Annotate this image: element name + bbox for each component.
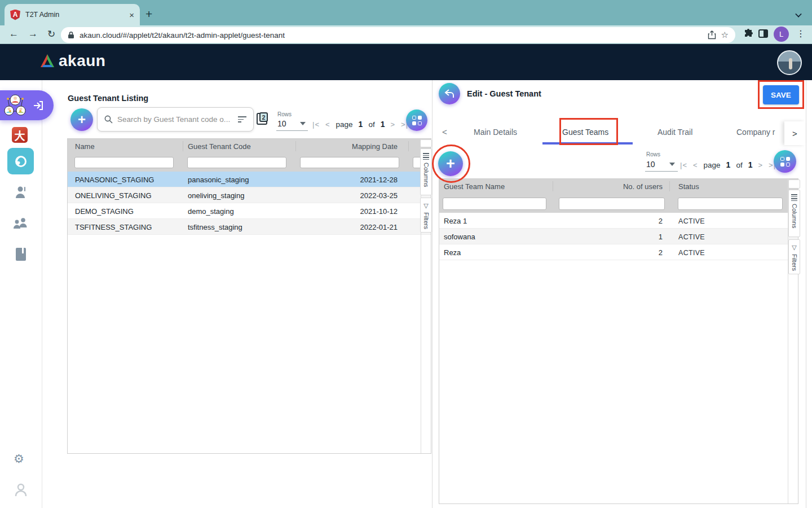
cell-team-name: Reza	[444, 248, 461, 257]
cell-code: panasonic_staging	[188, 176, 249, 184]
left-pagination: |< < page 1 of 1 > >|	[312, 120, 408, 129]
table-header-row: Guest Team Name No. of users Status	[439, 179, 798, 194]
tab-company[interactable]: Company r	[736, 128, 784, 137]
filter-input-users[interactable]	[559, 198, 665, 210]
akaun-triangle-icon	[39, 54, 55, 68]
search-input[interactable]	[117, 115, 233, 124]
right-filters-toggle[interactable]: ▽ Filters	[788, 239, 800, 274]
left-apps-grid-button[interactable]	[406, 110, 427, 131]
table-row[interactable]: PANASONIC_STAGING panasonic_staging 2021…	[68, 172, 431, 187]
browser-profile-badge[interactable]: L	[774, 27, 789, 42]
table-row[interactable]: TSFITNESS_STAGING tsfitness_staging 2022…	[68, 219, 431, 235]
back-to-listing-button[interactable]	[439, 83, 460, 104]
bookmark-star-icon[interactable]: ☆	[721, 30, 729, 40]
filters-funnel-icon: ▽	[792, 244, 796, 251]
table-row[interactable]: DEMO_STAGING demo_staging 2021-10-12	[68, 203, 431, 219]
table-row[interactable]: ONELIVING_STAGING oneliving_staging 2022…	[68, 187, 431, 203]
cell-name: DEMO_STAGING	[75, 207, 134, 216]
user-avatar-photo[interactable]	[777, 50, 802, 75]
plus-icon: +	[78, 112, 86, 128]
cell-date: 2021-12-28	[360, 176, 398, 184]
new-tab-button[interactable]: +	[145, 7, 152, 21]
table-row[interactable]: sofowana 1 ACTIVE	[439, 229, 798, 244]
filters-label: Filters	[791, 254, 798, 271]
cell-team-name: sofowana	[444, 233, 475, 241]
filter-input-name[interactable]	[74, 157, 174, 168]
rows-label: Rows	[646, 151, 660, 157]
akaun-logo: akaun	[39, 52, 105, 70]
panel-divider	[432, 80, 433, 508]
add-guest-tenant-button[interactable]: +	[70, 108, 93, 131]
left-filters-toggle[interactable]: ▽ Filters	[420, 198, 432, 233]
pages-count-icon[interactable]: 2	[257, 112, 268, 125]
rows-dropdown-caret-icon[interactable]	[300, 122, 306, 125]
cell-status: ACTIVE	[678, 249, 705, 257]
next-page-button[interactable]: >	[390, 120, 395, 129]
filter-input-code[interactable]	[187, 157, 286, 168]
angular-favicon-icon: A	[10, 10, 20, 20]
sidebar-item-journal-icon[interactable]	[15, 247, 27, 261]
filter-input-team-name[interactable]	[443, 198, 546, 210]
rows-dropdown-caret-icon[interactable]	[669, 163, 675, 166]
filter-list-icon[interactable]	[238, 116, 246, 122]
table-row[interactable]: Reza 2 ACTIVE	[439, 244, 798, 260]
tab-search-chevron-icon[interactable]	[795, 10, 802, 17]
page-word: page	[336, 120, 353, 129]
rows-underline	[276, 130, 308, 131]
tab-audit-trail[interactable]: Audit Trail	[657, 128, 692, 137]
guest-teams-table: Guest Team Name No. of users Status Reza…	[439, 178, 798, 504]
right-strip-spacer	[788, 179, 800, 189]
profile-outline-icon[interactable]	[15, 483, 27, 497]
tab-main-details[interactable]: Main Details	[474, 128, 517, 137]
grid-icon	[412, 116, 422, 125]
applet-sidebar	[0, 80, 42, 508]
forward-icon[interactable]: →	[28, 28, 38, 40]
cell-users: 1	[659, 233, 663, 241]
next-page-button[interactable]: >	[758, 161, 763, 169]
prev-page-button[interactable]: <	[693, 161, 698, 169]
first-page-button[interactable]: |<	[680, 161, 687, 169]
prev-page-button[interactable]: <	[325, 120, 330, 129]
rows-per-page-value[interactable]: 10	[646, 160, 655, 169]
guest-tenant-search[interactable]	[97, 107, 254, 132]
right-apps-grid-button[interactable]	[774, 150, 796, 173]
col-header-status: Status	[678, 182, 699, 191]
back-icon[interactable]: ←	[9, 28, 19, 40]
annotation-add-button-circle	[432, 144, 470, 183]
table-row[interactable]: Reza 1 2 ACTIVE	[439, 213, 798, 229]
sidebar-item-users-icon[interactable]	[12, 217, 29, 230]
sidebar-item-mask-applet[interactable]	[7, 148, 34, 174]
cell-code: tsfitness_staging	[188, 223, 242, 231]
left-strip-spacer	[420, 139, 432, 147]
first-page-button[interactable]: |<	[312, 120, 320, 129]
right-pagination: |< < page 1 of 1 > >|	[680, 160, 776, 169]
left-columns-toggle[interactable]: Columns	[420, 148, 432, 195]
tabs-scroll-right[interactable]: >	[784, 121, 805, 145]
sidebar-item-user-icon[interactable]	[14, 186, 28, 199]
sidebar-item-t2t-active[interactable]	[0, 90, 54, 120]
table-filter-row	[439, 194, 798, 213]
right-columns-toggle[interactable]: Columns	[788, 190, 800, 237]
rows-per-page-value[interactable]: 10	[277, 119, 286, 128]
total-pages: 1	[748, 160, 753, 169]
browser-tab[interactable]: A T2T Admin ×	[5, 4, 140, 25]
table-filter-row	[68, 154, 431, 172]
filter-input-date[interactable]	[300, 157, 399, 168]
share-icon[interactable]	[708, 30, 716, 40]
url-bar[interactable]: akaun.cloud/#/applet/t2t/akaun/t2t-admin…	[61, 27, 735, 43]
tab-title: T2T Admin	[25, 11, 124, 19]
filters-funnel-icon: ▽	[423, 202, 428, 209]
tabs-scroll-left-icon[interactable]: <	[442, 127, 447, 137]
filter-input-status[interactable]	[678, 198, 783, 210]
sidebar-item-cn-applet[interactable]: 大	[12, 127, 28, 143]
col-header-mapping-date: Mapping Date	[352, 142, 398, 151]
settings-gear-icon[interactable]: ⚙	[14, 452, 24, 466]
browser-menu-icon[interactable]: ⋮	[796, 28, 805, 39]
tab-close-icon[interactable]: ×	[129, 10, 134, 20]
side-panel-icon[interactable]	[758, 29, 768, 38]
extensions-puzzle-icon[interactable]	[743, 29, 753, 39]
mask-face-icon	[14, 155, 28, 168]
reload-icon[interactable]: ↻	[47, 28, 55, 40]
cell-date: 2022-03-25	[360, 191, 398, 200]
cell-date: 2021-10-12	[360, 207, 398, 216]
